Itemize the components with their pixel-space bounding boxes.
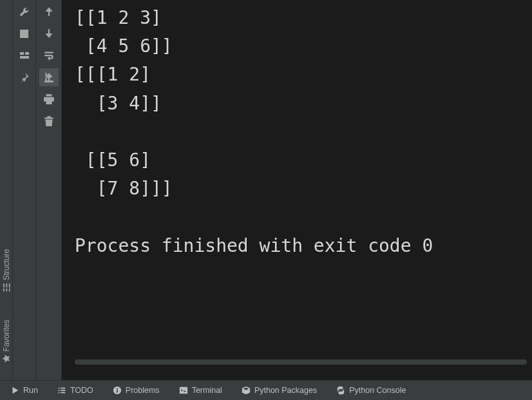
tool-python-console-label: Python Console — [349, 386, 406, 395]
svg-rect-4 — [6, 283, 7, 287]
wrap-icon — [43, 50, 55, 61]
tool-terminal-label: Terminal — [192, 386, 222, 395]
print-button[interactable] — [39, 90, 59, 108]
previous-button[interactable] — [39, 3, 59, 21]
left-tab-structure[interactable]: Structure — [0, 245, 13, 296]
svg-rect-14 — [61, 390, 65, 391]
horizontal-scrollbar[interactable] — [75, 359, 527, 365]
scroll-to-end-button[interactable] — [39, 68, 59, 86]
scroll-end-icon — [43, 71, 55, 83]
svg-rect-21 — [184, 391, 186, 392]
svg-rect-11 — [59, 388, 60, 389]
info-icon — [113, 386, 122, 395]
svg-rect-19 — [117, 390, 118, 392]
clear-all-button[interactable] — [39, 112, 59, 130]
tool-python-packages-label: Python Packages — [254, 386, 317, 395]
run-gutter — [13, 0, 36, 380]
left-tab-structure-label: Structure — [2, 249, 11, 281]
svg-rect-8 — [20, 56, 29, 59]
svg-rect-5 — [9, 283, 10, 287]
packages-icon — [242, 386, 251, 395]
stop-icon — [20, 30, 28, 38]
svg-rect-12 — [61, 388, 65, 389]
star-icon — [2, 354, 11, 363]
left-tab-favorites[interactable]: Favorites — [0, 316, 13, 367]
terminal-icon — [179, 386, 188, 395]
svg-rect-16 — [61, 392, 65, 394]
svg-rect-0 — [3, 289, 5, 291]
tool-todo-label: TODO — [70, 386, 93, 395]
svg-rect-20 — [180, 387, 187, 394]
svg-rect-1 — [6, 289, 7, 291]
left-tool-strip: Structure Favorites — [0, 0, 13, 380]
arrow-up-icon — [43, 6, 55, 17]
soft-wrap-button[interactable] — [39, 46, 59, 64]
console-output: [[1 2 3] [4 5 6]] [[[1 2] [3 4]] [[5 6] … — [62, 0, 532, 365]
svg-rect-13 — [59, 390, 60, 391]
play-icon — [10, 386, 19, 395]
pin-button[interactable] — [15, 68, 33, 86]
printer-icon — [43, 93, 55, 105]
svg-rect-18 — [117, 388, 118, 390]
svg-rect-10 — [44, 81, 53, 82]
layout-icon — [19, 50, 30, 61]
tool-problems[interactable]: Problems — [106, 383, 166, 397]
restart-button[interactable] — [15, 3, 33, 21]
console-gutter — [36, 0, 62, 380]
arrow-down-icon — [43, 28, 55, 39]
svg-rect-2 — [9, 289, 10, 291]
tool-terminal[interactable]: Terminal — [173, 383, 229, 397]
bottom-tool-bar: Run TODO Problems Terminal Python Packag… — [0, 380, 532, 400]
tool-python-console[interactable]: Python Console — [330, 383, 412, 397]
wrench-icon — [19, 6, 30, 17]
trash-icon — [43, 115, 55, 127]
svg-rect-3 — [3, 283, 5, 287]
svg-rect-7 — [25, 52, 29, 55]
tool-run[interactable]: Run — [4, 383, 44, 397]
next-button[interactable] — [39, 24, 59, 43]
stop-button[interactable] — [15, 24, 33, 43]
structure-icon — [2, 283, 11, 292]
layout-button[interactable] — [15, 46, 33, 64]
left-tab-favorites-label: Favorites — [2, 319, 11, 351]
svg-rect-15 — [59, 392, 60, 394]
tool-run-label: Run — [23, 386, 38, 395]
tool-todo[interactable]: TODO — [51, 383, 100, 397]
tool-problems-label: Problems — [126, 386, 160, 395]
svg-rect-6 — [20, 52, 24, 55]
pin-icon — [19, 72, 30, 82]
tool-python-packages[interactable]: Python Packages — [235, 383, 323, 397]
list-icon — [57, 386, 66, 395]
python-icon — [336, 386, 345, 395]
